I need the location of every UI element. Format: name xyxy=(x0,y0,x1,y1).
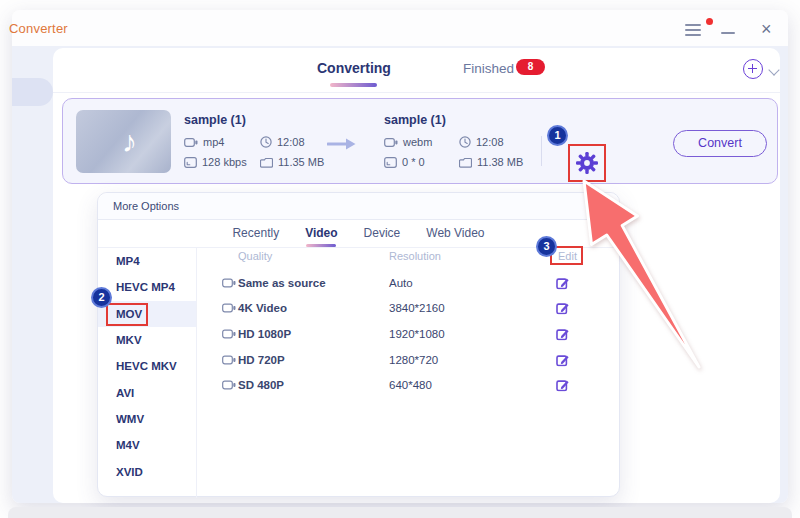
convert-button[interactable]: Convert xyxy=(673,130,767,157)
format-label: AVI xyxy=(116,387,134,399)
format-list-item[interactable]: M4V xyxy=(98,432,196,458)
target-duration: 12:08 xyxy=(459,136,504,148)
sidebar-peek-block xyxy=(12,78,53,106)
source-size: 11.35 MB xyxy=(260,156,324,168)
file-task-row: ♪ sample (1) mp4 12:08 128 kbps xyxy=(62,98,778,184)
plus-v xyxy=(752,64,754,73)
notification-dot xyxy=(706,18,713,25)
target-duration-label: 12:08 xyxy=(476,136,504,148)
format-label: M4V xyxy=(116,439,140,451)
file-thumbnail: ♪ xyxy=(76,110,171,173)
format-label: MKV xyxy=(116,334,142,346)
source-duration-label: 12:08 xyxy=(277,136,305,148)
target-format: webm xyxy=(384,136,432,148)
target-format-label: webm xyxy=(403,136,432,148)
edit-icon[interactable] xyxy=(556,276,569,289)
music-note-icon: ♪ xyxy=(122,125,137,159)
source-bitrate-label: 128 kbps xyxy=(202,156,247,168)
menu-bar xyxy=(685,24,701,26)
main-card: Converting Finished 8 ♪ sample (1) xyxy=(53,48,780,503)
quality-table-row[interactable]: 4K Video 3840*2160 xyxy=(197,296,621,322)
camera-icon xyxy=(222,380,236,391)
more-options-header: More Options xyxy=(98,193,619,220)
resolution-label: 640*480 xyxy=(389,379,432,391)
quality-label: HD 720P xyxy=(238,354,285,366)
clock-icon xyxy=(260,136,272,148)
camera-icon xyxy=(222,354,236,365)
active-tab-underline xyxy=(330,83,377,87)
camera-icon xyxy=(222,303,236,314)
quality-label: SD 480P xyxy=(238,379,284,391)
source-size-label: 11.35 MB xyxy=(278,156,324,168)
camera-icon xyxy=(222,328,236,339)
target-resolution: 0 * 0 xyxy=(384,156,425,168)
target-resolution-label: 0 * 0 xyxy=(402,156,425,168)
gear-icon[interactable] xyxy=(575,151,599,175)
quality-label: HD 1080P xyxy=(238,328,291,340)
format-label: HEVC MP4 xyxy=(116,281,175,293)
quality-table-row[interactable]: Same as source Auto xyxy=(197,270,621,296)
camera-icon xyxy=(222,277,236,288)
column-header-quality: Quality xyxy=(238,250,272,262)
tab-converting[interactable]: Converting xyxy=(317,60,391,76)
more-options-tab[interactable]: Device xyxy=(364,220,401,248)
quality-table: Quality Resolution Edit Same as source A… xyxy=(197,248,621,498)
edit-icon[interactable] xyxy=(556,327,569,340)
edit-icon[interactable] xyxy=(556,302,569,315)
annotation-step-1: 1 xyxy=(547,125,568,146)
app-window: Converter × Converting Finished 8 xyxy=(12,10,788,503)
add-files-icon[interactable] xyxy=(743,59,763,79)
resolution-label: 1920*1080 xyxy=(389,328,445,340)
target-size: 11.38 MB xyxy=(459,156,523,168)
target-file-name: sample (1) xyxy=(384,113,446,127)
tab-finished[interactable]: Finished xyxy=(463,61,514,76)
source-bitrate: 128 kbps xyxy=(184,156,247,168)
annotation-step-2: 2 xyxy=(91,287,112,308)
divider xyxy=(541,136,542,166)
quality-table-row[interactable]: HD 1080P 1920*1080 xyxy=(197,321,621,347)
column-header-resolution: Resolution xyxy=(389,250,441,262)
tabs-divider xyxy=(53,92,780,93)
annotation-box-mov xyxy=(106,303,148,326)
finished-count-badge: 8 xyxy=(516,59,545,75)
source-format-label: mp4 xyxy=(203,136,224,148)
hamburger-menu-icon[interactable] xyxy=(685,24,701,39)
aspect-ratio-icon xyxy=(384,157,397,168)
format-label: HEVC MKV xyxy=(116,360,177,372)
resolution-label: 1280*720 xyxy=(389,354,438,366)
format-list-item[interactable]: MKV xyxy=(98,327,196,353)
more-options-tab[interactable]: Video xyxy=(305,220,337,248)
format-label: XVID xyxy=(116,466,143,478)
source-format: mp4 xyxy=(184,136,224,148)
edit-icon[interactable] xyxy=(556,379,569,392)
source-duration: 12:08 xyxy=(260,136,305,148)
app-title: Converter xyxy=(9,21,68,36)
format-list-item[interactable]: MP4 xyxy=(98,248,196,274)
quality-table-row[interactable]: HD 720P 1280*720 xyxy=(197,347,621,373)
format-list-item[interactable]: HEVC MKV xyxy=(98,353,196,379)
more-options-panel: More Options Recently Video Device Web V… xyxy=(97,192,620,497)
edit-icon[interactable] xyxy=(556,353,569,366)
more-options-tab[interactable]: Web Video xyxy=(426,220,484,248)
chevron-down-icon[interactable] xyxy=(768,64,779,75)
quality-label: 4K Video xyxy=(238,302,287,314)
quality-table-row[interactable]: SD 480P 640*480 xyxy=(197,372,621,398)
window-titlebar: Converter × xyxy=(12,10,788,46)
format-label: WMV xyxy=(116,413,144,425)
screenshot-stage: Converter × Converting Finished 8 xyxy=(0,0,800,518)
more-options-title: More Options xyxy=(113,200,179,212)
annotation-box-gear xyxy=(568,144,606,182)
format-list-item[interactable]: HEVC MP4 xyxy=(98,274,196,300)
menu-bar xyxy=(685,34,701,36)
format-list-item[interactable]: WMV xyxy=(98,406,196,432)
camera-icon xyxy=(384,137,398,148)
aspect-ratio-icon xyxy=(184,157,197,168)
format-list-item[interactable]: AVI xyxy=(98,379,196,405)
minimize-icon[interactable] xyxy=(721,32,735,34)
quality-label: Same as source xyxy=(238,277,326,289)
source-file-name: sample (1) xyxy=(184,113,246,127)
close-icon[interactable]: × xyxy=(761,19,772,40)
more-options-tab[interactable]: Recently xyxy=(232,220,279,248)
resolution-label: Auto xyxy=(389,277,413,289)
format-list-item[interactable]: XVID xyxy=(98,458,196,484)
